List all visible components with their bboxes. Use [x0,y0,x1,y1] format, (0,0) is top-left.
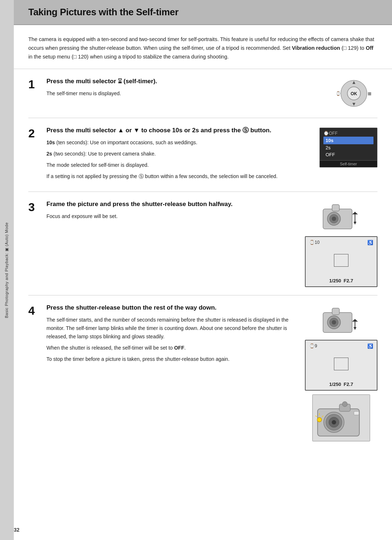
shutter-svg [321,202,361,231]
step-2-10s-text: 10s (ten seconds): Use on important occa… [46,138,312,147]
page-number: 32 [14,527,20,533]
shutter-button-diagram [319,200,363,233]
steps-container: 1 Press the multi selector ⌛︎ (self-time… [14,69,392,450]
camera-lamp-diagram [312,394,370,442]
sidebar-label: Basic Photography and Playback: ▣ (Auto)… [5,222,9,318]
step-2-sub2: If a setting is not applied by pressing … [46,172,312,181]
menu-footer: Self-timer [320,160,377,167]
step-3-body: Focus and exposure will be set. [46,212,298,221]
step-1-body: The self-timer menu is displayed. [46,89,323,98]
intro-bold-1: Vibration reduction [292,45,340,51]
step-2-images: ⌚OFF 10s 2s OFF [319,126,377,184]
step-4-content: Press the shutter-release button the res… [46,303,305,442]
svg-point-14 [332,217,336,221]
page-title: Taking Pictures with the Self-timer [28,7,377,18]
svg-point-22 [332,320,336,325]
shutter-full-svg [321,305,361,334]
page: Basic Photography and Playback: ▣ (Auto)… [0,0,392,540]
step-1-sub-text: The self-timer menu is displayed. [46,89,323,98]
menu-row-off: OFF [323,151,373,158]
step-3-number: 3 [28,200,46,287]
menu-off-label: OFF [326,152,335,157]
svg-text:OK: OK [351,91,357,96]
shutter-full-diagram [319,303,363,336]
sidebar: Basic Photography and Playback: ▣ (Auto)… [0,0,14,540]
svg-line-32 [315,416,317,417]
step-1: 1 Press the multi selector ⌛︎ (self-time… [28,69,377,118]
step-2-2s-text: 2s (two seconds): Use to prevent camera … [46,150,312,158]
svg-marker-11 [354,222,356,225]
timer-icon-off: ⌚OFF [323,131,338,136]
svg-marker-19 [354,327,356,330]
menu-2s-label: 2s [326,145,331,150]
camera-lamp-svg [314,396,368,440]
menu-row-2s: 2s [323,144,373,151]
step-3-content: Frame the picture and press the shutter-… [46,200,305,287]
menu-10s-label: 10s [326,138,334,143]
step-2-bold-10s: 10s [172,127,182,134]
svg-point-29 [332,420,336,424]
intro-bold-2: Off [366,45,373,51]
step-4-body: The self-timer starts, and the number of… [46,316,298,363]
step-4-images: ⌚9 ♿ 1/250 F2.7 [305,303,377,442]
step-2-10s-bold: 10s [46,140,55,145]
intro-text-1: The camera is equipped with a ten-second… [28,36,374,60]
step-2-content: Press the multi selector ▲ or ▼ to choos… [46,126,319,184]
step-2-bold-2s: 2s [192,127,199,134]
svg-point-25 [342,402,347,407]
intro-section: The camera is equipped with a ten-second… [14,25,392,69]
viewfinder-focus-box-3 [334,254,348,267]
self-timer-menu-inner: ⌚OFF 10s 2s OFF [320,128,377,160]
viewfinder-bt-icon-4: ♿ [367,343,373,349]
step-2-body: 10s (ten seconds): Use on important occa… [46,138,312,181]
step-1-content: Press the multi selector ⌛︎ (self-timer)… [46,77,330,110]
svg-point-30 [317,418,322,422]
step-4-viewfinder: ⌚9 ♿ 1/250 F2.7 [305,340,377,391]
viewfinder-bt-icon-3: ♿ [367,240,373,245]
ok-button-svg: OK ⌚ ▦ [332,79,376,108]
step-4-text-1: The self-timer starts, and the number of… [46,316,298,341]
step-4-off-bold: OFF [174,345,184,351]
step-3-viewfinder: ⌚10 ♿ 1/250 F2.7 [305,236,377,287]
step-2-heading: Press the multi selector ▲ or ▼ to choos… [46,126,312,135]
page-header: Taking Pictures with the Self-timer [14,0,392,25]
svg-rect-16 [332,308,339,315]
viewfinder-timer-icon-4: ⌚9 [309,343,317,348]
step-4-text-3: To stop the timer before a picture is ta… [46,355,298,363]
self-timer-menu: ⌚OFF 10s 2s OFF [319,128,377,168]
step-1-number: 1 [28,77,46,110]
step-2: 2 Press the multi selector ▲ or ▼ to cho… [28,118,377,192]
ok-button-diagram: OK ⌚ ▦ [330,77,377,110]
step-3-images: ⌚10 ♿ 1/250 F2.7 [305,200,377,287]
step-2-number: 2 [28,126,46,184]
step-2-2s-bold: 2s [46,151,52,157]
svg-text:⌚: ⌚ [336,91,341,96]
step-4: 4 Press the shutter-release button the r… [28,295,377,450]
svg-text:▦: ▦ [368,91,371,96]
menu-row-10s: 10s [323,137,373,144]
step-3-heading: Frame the picture and press the shutter-… [46,200,298,209]
step-4-text-2: When the shutter is released, the self-t… [46,344,298,352]
step-1-heading: Press the multi selector ⌛︎ (self-timer)… [46,77,323,86]
viewfinder-exposure-3: 1/250 F2.7 [329,278,353,283]
viewfinder-timer-icon-3: ⌚10 [309,240,319,245]
main-content: Taking Pictures with the Self-timer The … [14,0,392,540]
step-4-number: 4 [28,303,46,442]
svg-rect-34 [354,411,359,415]
step-3: 3 Frame the picture and press the shutte… [28,192,377,295]
viewfinder-focus-box-4 [334,358,348,370]
viewfinder-exposure-4: 1/250 F2.7 [329,382,353,387]
menu-row-off-icon: ⌚OFF [323,130,373,137]
svg-rect-8 [332,205,339,211]
step-2-sub1: The mode selected for self-timer is disp… [46,161,312,169]
step-4-heading: Press the shutter-release button the res… [46,303,298,312]
step-1-image: OK ⌚ ▦ [330,77,377,110]
step-3-sub: Focus and exposure will be set. [46,212,298,221]
